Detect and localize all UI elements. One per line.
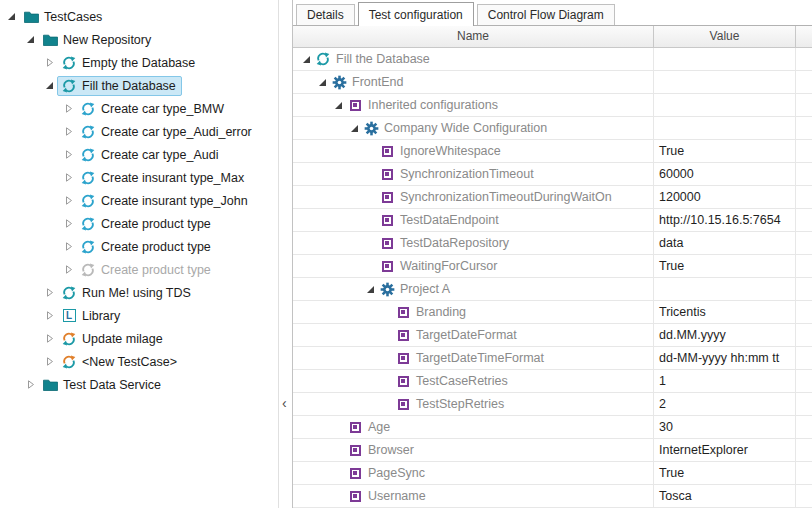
- tree-item-content[interactable]: LLibrary: [57, 306, 126, 326]
- config-row-synchronizationtimeout[interactable]: SynchronizationTimeout60000: [293, 163, 812, 186]
- expand-arrow-icon[interactable]: [42, 357, 57, 366]
- tab-control-flow-diagram[interactable]: Control Flow Diagram: [477, 4, 615, 25]
- config-name-cell[interactable]: Inherited configurations: [293, 94, 654, 116]
- tree-item-library[interactable]: LLibrary: [0, 304, 278, 327]
- expand-arrow-icon[interactable]: [61, 127, 76, 136]
- tree-item-content[interactable]: <New TestCase>: [57, 352, 183, 372]
- tree-item-create-product-type[interactable]: Create product type: [0, 235, 278, 258]
- expand-arrow-icon[interactable]: [299, 55, 314, 64]
- config-row-synchronizationtimeoutduringwaiton[interactable]: SynchronizationTimeoutDuringWaitOn120000: [293, 186, 812, 209]
- config-name-cell[interactable]: TestCaseRetries: [293, 370, 654, 392]
- tab-test-configuration[interactable]: Test configuration: [358, 2, 474, 26]
- config-row-project-a[interactable]: Project A: [293, 278, 812, 301]
- config-row-company-wide-configuration[interactable]: Company Wide Configuration: [293, 117, 812, 140]
- panel-splitter[interactable]: ‹: [280, 0, 292, 508]
- tree-item-update-milage[interactable]: Update milage: [0, 327, 278, 350]
- expand-arrow-icon[interactable]: [363, 285, 378, 294]
- expand-arrow-icon[interactable]: [61, 265, 76, 274]
- config-name-cell[interactable]: Project A: [293, 278, 654, 300]
- expand-arrow-icon[interactable]: [42, 288, 57, 297]
- config-name-cell[interactable]: Age: [293, 416, 654, 438]
- tree-item-content[interactable]: Create product type: [76, 260, 217, 280]
- tree-item-create-insurant-type-john[interactable]: Create insurant type_John: [0, 189, 278, 212]
- tree-item-create-car-type-bmw[interactable]: Create car type_BMW: [0, 97, 278, 120]
- config-name-cell[interactable]: TestDataEndpoint: [293, 209, 654, 231]
- expand-arrow-icon[interactable]: [61, 150, 76, 159]
- config-name-cell[interactable]: IgnoreWhitespace: [293, 140, 654, 162]
- tree-item-content[interactable]: Create insurant type_Max: [76, 168, 250, 188]
- config-row-teststepretries[interactable]: TestStepRetries2: [293, 393, 812, 416]
- expand-arrow-icon[interactable]: [42, 334, 57, 343]
- tree-item-test-data-service[interactable]: Test Data Service: [0, 373, 278, 396]
- tree-item-content[interactable]: Create car type_Audi: [76, 145, 224, 165]
- expand-arrow-icon[interactable]: [347, 124, 362, 133]
- config-row-inherited-configurations[interactable]: Inherited configurations: [293, 94, 812, 117]
- tree-item-content[interactable]: Update milage: [57, 329, 169, 349]
- config-row-fill-the-database[interactable]: Fill the Database: [293, 48, 812, 71]
- tree-item-content[interactable]: TestCases: [19, 7, 108, 27]
- expand-arrow-icon[interactable]: [4, 12, 19, 21]
- tree-item-content[interactable]: Create car type_BMW: [76, 99, 230, 119]
- config-row-age[interactable]: Age30: [293, 416, 812, 439]
- config-row-targetdatetimeformat[interactable]: TargetDateTimeFormatdd-MM-yyyy hh:mm tt: [293, 347, 812, 370]
- expand-arrow-icon[interactable]: [61, 196, 76, 205]
- config-name-cell[interactable]: WaitingForCursor: [293, 255, 654, 277]
- config-name-cell[interactable]: TargetDateTimeFormat: [293, 347, 654, 369]
- config-name-cell[interactable]: Browser: [293, 439, 654, 461]
- config-row-ignorewhitespace[interactable]: IgnoreWhitespaceTrue: [293, 140, 812, 163]
- tree-item-content[interactable]: Create car type_Audi_error: [76, 122, 258, 142]
- config-name-cell[interactable]: Username: [293, 485, 654, 507]
- tree-item-content[interactable]: Create insurant type_John: [76, 191, 254, 211]
- config-row-username[interactable]: UsernameTosca: [293, 485, 812, 508]
- tree-item-testcases[interactable]: TestCases: [0, 5, 278, 28]
- config-name-cell[interactable]: TargetDateFormat: [293, 324, 654, 346]
- expand-arrow-icon[interactable]: [61, 219, 76, 228]
- tree-item-content[interactable]: Test Data Service: [38, 375, 167, 395]
- config-row-pagesync[interactable]: PageSyncTrue: [293, 462, 812, 485]
- expand-arrow-icon[interactable]: [61, 173, 76, 182]
- tree-item-run-me-using-tds[interactable]: Run Me! using TDS: [0, 281, 278, 304]
- config-row-frontend[interactable]: FrontEnd: [293, 71, 812, 94]
- config-name-cell[interactable]: Branding: [293, 301, 654, 323]
- tree-item-new-testcase[interactable]: <New TestCase>: [0, 350, 278, 373]
- expand-arrow-icon[interactable]: [61, 104, 76, 113]
- config-name-cell[interactable]: Company Wide Configuration: [293, 117, 654, 139]
- tree-item-content[interactable]: Create product type: [76, 237, 217, 257]
- tree-item-create-insurant-type-max[interactable]: Create insurant type_Max: [0, 166, 278, 189]
- tab-details[interactable]: Details: [296, 4, 355, 25]
- expand-arrow-icon[interactable]: [23, 35, 38, 44]
- tree-item-empty-the-database[interactable]: Empty the Database: [0, 51, 278, 74]
- config-name-cell[interactable]: SynchronizationTimeout: [293, 163, 654, 185]
- expand-arrow-icon[interactable]: [61, 242, 76, 251]
- expand-arrow-icon[interactable]: [331, 101, 346, 110]
- tree-item-fill-the-database[interactable]: Fill the Database: [0, 74, 278, 97]
- tree-item-create-car-type-audi-error[interactable]: Create car type_Audi_error: [0, 120, 278, 143]
- tree-item-content[interactable]: Run Me! using TDS: [57, 283, 197, 303]
- tree-item-content[interactable]: Create product type: [76, 214, 217, 234]
- tree-item-new-repository[interactable]: New Repository: [0, 28, 278, 51]
- tree-item-create-car-type-audi[interactable]: Create car type_Audi: [0, 143, 278, 166]
- config-row-testcaseretries[interactable]: TestCaseRetries1: [293, 370, 812, 393]
- config-name-cell[interactable]: PageSync: [293, 462, 654, 484]
- config-name-cell[interactable]: Fill the Database: [293, 48, 654, 70]
- collapse-panel-button[interactable]: ‹: [282, 396, 287, 410]
- tree-item-content[interactable]: Empty the Database: [57, 53, 201, 73]
- config-name-cell[interactable]: TestStepRetries: [293, 393, 654, 415]
- config-row-targetdateformat[interactable]: TargetDateFormatdd.MM.yyyy: [293, 324, 812, 347]
- expand-arrow-icon[interactable]: [42, 81, 57, 90]
- tree-item-content[interactable]: New Repository: [38, 30, 157, 50]
- config-row-testdatarepository[interactable]: TestDataRepositorydata: [293, 232, 812, 255]
- expand-arrow-icon[interactable]: [23, 380, 38, 389]
- config-name-cell[interactable]: FrontEnd: [293, 71, 654, 93]
- tree-item-create-product-type[interactable]: Create product type: [0, 258, 278, 281]
- config-row-browser[interactable]: BrowserInternetExplorer: [293, 439, 812, 462]
- config-name-cell[interactable]: TestDataRepository: [293, 232, 654, 254]
- config-row-testdataendpoint[interactable]: TestDataEndpointhttp://10.15.16.5:7654: [293, 209, 812, 232]
- config-row-waitingforcursor[interactable]: WaitingForCursorTrue: [293, 255, 812, 278]
- config-name-cell[interactable]: SynchronizationTimeoutDuringWaitOn: [293, 186, 654, 208]
- expand-arrow-icon[interactable]: [42, 58, 57, 67]
- expand-arrow-icon[interactable]: [42, 311, 57, 320]
- config-row-branding[interactable]: BrandingTricentis: [293, 301, 812, 324]
- tree-item-create-product-type[interactable]: Create product type: [0, 212, 278, 235]
- tree-item-content[interactable]: Fill the Database: [57, 76, 182, 96]
